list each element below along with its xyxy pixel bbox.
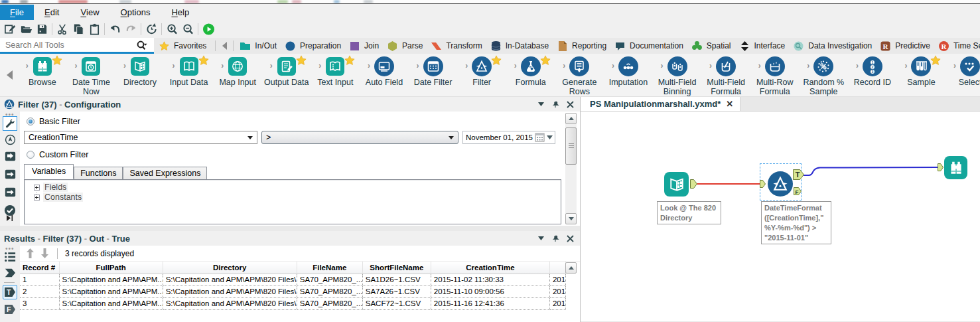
results-tab-list[interactable] bbox=[3, 250, 17, 264]
table-cell[interactable]: SA70_APM820_... bbox=[297, 297, 362, 309]
table-cell[interactable]: 201 bbox=[549, 297, 565, 309]
config-tab-configuration[interactable] bbox=[3, 116, 17, 131]
tool-icon[interactable] bbox=[569, 56, 589, 76]
tool-icon[interactable] bbox=[618, 56, 638, 76]
table-cell[interactable]: S:\Capitation and APM\APM... bbox=[59, 274, 163, 285]
palette-tool[interactable]: › Date Time Now bbox=[67, 54, 116, 96]
menu-item[interactable]: Edit bbox=[34, 5, 70, 20]
config-scrollbar[interactable] bbox=[565, 113, 577, 224]
table-cell[interactable]: S:\Capitation and APM\APM\820 Files\ bbox=[163, 297, 297, 309]
table-cell[interactable]: S:\Capitation and APM\APM... bbox=[59, 297, 163, 309]
tool-icon[interactable] bbox=[82, 57, 100, 76]
config-tab-navigation[interactable] bbox=[3, 132, 17, 147]
palette-scroll-left[interactable] bbox=[0, 54, 18, 96]
tool-category[interactable]: Time Series bbox=[934, 38, 980, 54]
tool-category[interactable]: Reporting bbox=[553, 38, 610, 54]
column-header[interactable]: FileName bbox=[297, 262, 362, 274]
tool-icon[interactable] bbox=[326, 57, 344, 76]
wire-filter-to-browse[interactable] bbox=[804, 167, 938, 175]
browse-node-icon[interactable] bbox=[944, 156, 967, 179]
scroll-to-top-button[interactable] bbox=[26, 248, 35, 258]
panel-close-button[interactable] bbox=[564, 233, 576, 244]
table-cell[interactable]: 2 bbox=[20, 285, 59, 297]
tool-icon[interactable] bbox=[423, 56, 443, 76]
workflow-tab[interactable]: PS Manipulationmarshall.yxmd* ✕ bbox=[581, 97, 740, 111]
tool-icon[interactable] bbox=[180, 57, 198, 76]
category-favorites[interactable]: Favorites bbox=[154, 38, 213, 54]
palette-tool[interactable]: › Input Data bbox=[165, 54, 214, 96]
calendar-icon[interactable] bbox=[535, 133, 545, 142]
palette-tool[interactable]: › Directory bbox=[115, 54, 165, 96]
tool-icon[interactable] bbox=[521, 56, 541, 76]
scroll-down-button[interactable] bbox=[565, 213, 577, 224]
workflow-canvas[interactable]: T F Look @ The 820 Directory DateTimeFor… bbox=[581, 112, 980, 321]
palette-tool[interactable]: › Generate Rows bbox=[555, 54, 604, 96]
panel-pin-button[interactable] bbox=[549, 233, 561, 244]
tab-close-icon[interactable]: ✕ bbox=[726, 99, 733, 109]
table-cell[interactable]: 2015-11-10 09:00:56 bbox=[431, 285, 549, 297]
config-tab-input[interactable] bbox=[3, 149, 17, 163]
palette-tool[interactable]: › Record ID bbox=[848, 54, 897, 96]
table-cell[interactable]: SA70_APM820_... bbox=[297, 285, 362, 297]
tool-icon[interactable] bbox=[863, 56, 882, 76]
tool-category[interactable]: Data Investigation bbox=[789, 38, 876, 54]
column-header[interactable] bbox=[549, 262, 565, 274]
filter-false-anchor[interactable]: F bbox=[794, 187, 802, 195]
tool-icon[interactable] bbox=[33, 57, 52, 76]
tree-item[interactable]: Fields bbox=[34, 183, 561, 192]
tool-icon[interactable] bbox=[960, 56, 980, 76]
table-cell[interactable]: 1 bbox=[20, 274, 59, 285]
table-cell[interactable]: 2015-11-02 11:30:33 bbox=[431, 274, 549, 285]
tool-category[interactable]: Interface bbox=[735, 38, 790, 54]
results-anchor-false[interactable]: F bbox=[3, 302, 17, 317]
new-workflow-button[interactable] bbox=[4, 21, 17, 37]
tool-icon[interactable] bbox=[131, 57, 149, 76]
strip-expand-button[interactable] bbox=[6, 212, 13, 224]
palette-tool[interactable]: › Text Input bbox=[311, 54, 360, 96]
copy-button[interactable] bbox=[72, 21, 85, 37]
tool-icon[interactable] bbox=[716, 56, 736, 76]
expression-tab[interactable]: Functions bbox=[74, 167, 123, 180]
save-workflow-button[interactable] bbox=[36, 21, 48, 37]
panel-splitter[interactable] bbox=[0, 226, 580, 231]
basic-filter-radio-row[interactable]: Basic Filter bbox=[27, 117, 577, 126]
table-cell[interactable]: 201 bbox=[549, 285, 565, 297]
results-tab-input-arrow[interactable] bbox=[3, 266, 17, 280]
filter-node-icon[interactable] bbox=[768, 171, 793, 197]
tree-expander-icon[interactable] bbox=[34, 195, 40, 201]
zoom-out-button[interactable] bbox=[182, 21, 194, 37]
panel-menu-button[interactable] bbox=[535, 233, 547, 244]
open-workflow-button[interactable] bbox=[20, 21, 33, 37]
config-tab-annotation[interactable] bbox=[3, 185, 17, 199]
expression-tab[interactable]: Variables bbox=[24, 164, 74, 179]
zoom-in-button[interactable] bbox=[166, 21, 178, 37]
panel-close-button[interactable] bbox=[564, 99, 576, 110]
filter-operator-dropdown[interactable]: > bbox=[261, 131, 458, 144]
column-header[interactable]: FullPath bbox=[59, 262, 163, 274]
tool-category[interactable]: Spatial bbox=[687, 38, 735, 54]
filter-date-input[interactable]: November 01, 2015 bbox=[462, 131, 555, 144]
panel-pin-button[interactable] bbox=[549, 99, 561, 110]
results-anchor-true[interactable]: T bbox=[3, 285, 17, 299]
scroll-to-bottom-button[interactable] bbox=[40, 248, 49, 258]
browse-input-anchor[interactable] bbox=[938, 163, 944, 171]
directory-node[interactable] bbox=[664, 172, 689, 197]
table-cell[interactable]: SA70_APM820_... bbox=[297, 274, 362, 285]
palette-tool[interactable]: › Date Filter bbox=[409, 54, 458, 96]
scroll-thumb[interactable] bbox=[565, 127, 577, 165]
date-caret-icon[interactable] bbox=[547, 135, 553, 139]
menu-item[interactable]: Help bbox=[161, 5, 200, 20]
palette-tool[interactable]: › Imputation bbox=[604, 54, 653, 96]
scroll-up-button[interactable] bbox=[565, 262, 577, 274]
filter-input-anchor[interactable] bbox=[760, 180, 766, 188]
tool-category[interactable]: Parse bbox=[383, 38, 427, 54]
tool-icon[interactable] bbox=[277, 57, 296, 76]
custom-filter-radio-row[interactable]: Custom Filter bbox=[27, 150, 577, 159]
directory-node-icon[interactable] bbox=[664, 172, 689, 197]
palette-tool[interactable]: › Random % Sample bbox=[800, 54, 849, 96]
palette-tool[interactable]: › Output Data bbox=[262, 54, 311, 96]
palette-tool[interactable]: › Multi-Row Formula bbox=[750, 54, 800, 96]
tool-category[interactable]: Join bbox=[345, 38, 383, 54]
category-scroll-left[interactable] bbox=[218, 41, 231, 50]
custom-filter-radio[interactable] bbox=[27, 151, 35, 159]
